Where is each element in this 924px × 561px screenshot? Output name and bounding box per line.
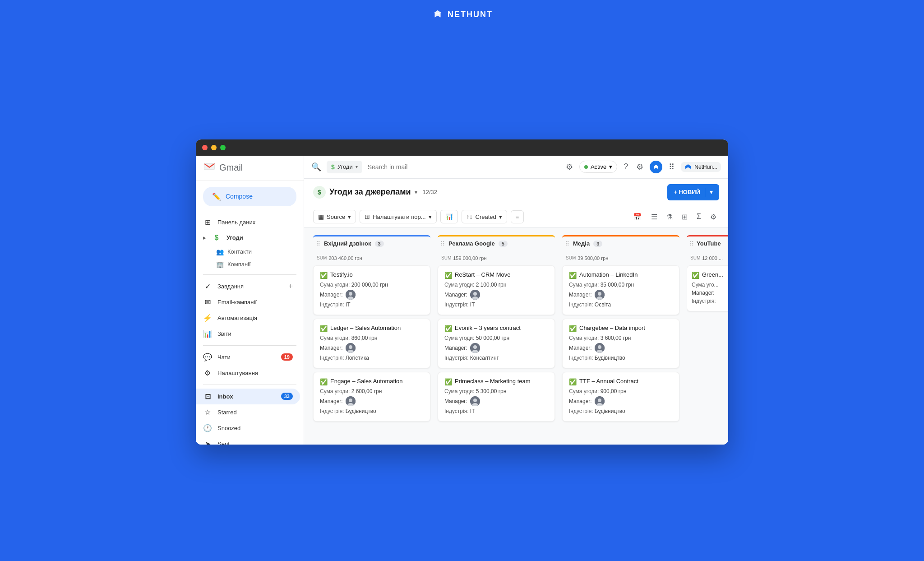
compose-button[interactable]: ✏️ Compose: [203, 187, 296, 206]
card-ttf[interactable]: ✅ TTF – Annual Contract Сума угоди: 900,…: [562, 372, 679, 422]
card-amount-engage: Сума угоди: 2 600,00 грн: [320, 388, 424, 394]
card-evonik[interactable]: ✅ Evonik – 3 years contract Сума угоди: …: [438, 319, 555, 368]
sidebar-item-inbox[interactable]: ⊡ Inbox 33: [196, 389, 300, 404]
nethunt-nav-icon[interactable]: [650, 161, 662, 173]
sidebar-item-companies[interactable]: 🏢 Компанії: [196, 258, 300, 271]
svg-point-26: [598, 399, 601, 402]
card-manager-evonik: Manager:: [444, 343, 548, 353]
card-testify[interactable]: ✅ Testify.io Сума угоди: 200 000,00 грн …: [313, 265, 430, 315]
search-input[interactable]: [368, 163, 559, 171]
chats-icon: 💬: [203, 353, 212, 362]
search-icon[interactable]: 🔍: [311, 162, 321, 172]
nethunt-brand-name: NetHunt: [448, 10, 493, 19]
minimize-button[interactable]: [211, 145, 217, 150]
additional-sort-button[interactable]: ≡: [511, 210, 524, 223]
manager-avatar-linkedin: [595, 290, 605, 300]
inbox-icon: ⊡: [203, 392, 212, 401]
chart-button[interactable]: 📊: [440, 210, 458, 223]
check-icon-primeclass: ✅: [444, 378, 452, 385]
card-title-row-chargebee: ✅ Chargebee – Data import: [569, 325, 673, 332]
column-header-media: ⠿ Медіа 3: [562, 235, 679, 251]
gmail-label: Gmail: [219, 162, 243, 173]
sigma-icon[interactable]: Σ: [694, 210, 704, 223]
sidebar-item-snoozed[interactable]: 🕐 Snoozed: [196, 420, 300, 436]
manager-avatar-restart: [470, 290, 480, 300]
configure-filter-icon: ⊞: [365, 213, 370, 220]
gear-settings-icon[interactable]: ⚙: [634, 160, 645, 174]
card-engage[interactable]: ✅ Engage – Sales Automation Сума угоди: …: [313, 372, 430, 422]
filter-sliders-icon[interactable]: ⚙: [564, 160, 575, 174]
account-avatar[interactable]: NetHun...: [681, 162, 721, 172]
close-button[interactable]: [202, 145, 208, 150]
manager-avatar-ttf: [595, 396, 605, 406]
card-primeclass[interactable]: ✅ Primeclass – Marketing team Сума угоди…: [438, 372, 555, 422]
card-amount-green: Сума уго...: [692, 282, 728, 288]
card-title-green: Green...: [702, 271, 723, 279]
sidebar-item-reports-label: Звіти: [217, 330, 231, 337]
source-filter-dropdown-icon: ▾: [348, 213, 351, 220]
sidebar-item-tasks[interactable]: ✓ Завдання +: [196, 278, 300, 294]
companies-icon: 🏢: [216, 261, 224, 268]
card-title-row-evonik: ✅ Evonik – 3 years contract: [444, 325, 548, 332]
chats-badge: 19: [281, 353, 293, 361]
page-title-dropdown-icon[interactable]: ▾: [415, 189, 417, 195]
column-settings-icon[interactable]: ⚙: [707, 210, 719, 224]
crm-search-tag[interactable]: $ Угоди ▾: [327, 161, 362, 173]
created-sort-button[interactable]: ↑↓ Created ▾: [462, 210, 507, 223]
kanban-column-youtube: ⠿ YouTube sum 12 000,... ✅ Green... Сум: [687, 235, 728, 437]
crm-dropdown-icon: ▾: [356, 164, 358, 169]
column-header-youtube: ⠿ YouTube: [687, 235, 728, 251]
status-pill[interactable]: Active ▾: [579, 161, 617, 173]
new-button-divider: [705, 188, 705, 197]
card-ledger[interactable]: ✅ Ledger – Sales Automation Сума угоди: …: [313, 319, 430, 368]
compose-label: Compose: [226, 193, 253, 200]
source-filter-button[interactable]: ▦ Source ▾: [313, 210, 356, 223]
list-view-icon[interactable]: ☰: [648, 210, 660, 224]
manager-label-2: Manager:: [320, 345, 343, 351]
svg-point-23: [598, 345, 601, 349]
columns-view-icon[interactable]: ⊞: [679, 210, 690, 224]
amount-label-8: Сума угоди:: [569, 335, 601, 341]
nav-divider-2: [203, 345, 296, 346]
card-green[interactable]: ✅ Green... Сума уго... Manager: Індустрі…: [687, 265, 728, 311]
card-restart[interactable]: ✅ ReStart – CRM Move Сума угоди: 2 100,0…: [438, 265, 555, 315]
card-chargebee[interactable]: ✅ Chargebee – Data import Сума угоди: 3 …: [562, 319, 679, 368]
add-task-icon[interactable]: +: [289, 282, 293, 290]
sidebar-item-automation[interactable]: ⚡ Автоматизація: [196, 310, 300, 326]
sidebar-item-chats[interactable]: 💬 Чати 19: [196, 349, 300, 365]
account-name: NetHun...: [694, 164, 717, 170]
card-manager-ledger: Manager:: [320, 343, 424, 353]
calendar-view-icon[interactable]: 📅: [630, 210, 645, 224]
card-automation-linkedin[interactable]: ✅ Automation – LinkedIn Сума угоди: 35 0…: [562, 265, 679, 315]
manager-label-4: Manager:: [444, 292, 467, 298]
apps-grid-icon[interactable]: ⠿: [667, 160, 676, 174]
card-industry-engage: Індустрія: Будівництво: [320, 408, 424, 414]
svg-point-8: [349, 399, 352, 402]
card-amount-testify: Сума угоди: 200 000,00 грн: [320, 282, 424, 288]
manager-avatar-ledger: [346, 343, 356, 353]
sum-value-incoming: 203 460,00 грн: [328, 255, 362, 261]
card-title-primeclass: Primeclass – Marketing team: [455, 378, 531, 385]
help-icon[interactable]: ?: [622, 160, 630, 173]
compose-icon: ✏️: [212, 192, 221, 201]
sidebar-item-sent[interactable]: ➤ Sent: [196, 436, 300, 445]
new-button[interactable]: + НОВИЙ ▾: [667, 184, 719, 200]
card-title-evonik: Evonik – 3 years contract: [455, 325, 521, 332]
sidebar-item-reports[interactable]: 📊 Звіти: [196, 326, 300, 342]
sidebar: Gmail ✏️ Compose ⊞ Панель даних ▸ $ Угод…: [196, 156, 304, 445]
sidebar-item-settings[interactable]: ⚙ Налаштування: [196, 365, 300, 381]
new-button-label: + НОВИЙ: [674, 189, 700, 195]
filter-icon[interactable]: ⚗: [664, 210, 675, 224]
card-manager-green: Manager:: [692, 290, 728, 296]
configure-filter-button[interactable]: ⊞ Налаштувати пор... ▾: [360, 210, 436, 223]
sidebar-item-panel[interactable]: ⊞ Панель даних: [196, 214, 300, 230]
gmail-logo-svg: [203, 162, 216, 171]
card-manager-linkedin: Manager:: [569, 290, 673, 300]
industry-label-9: Індустрія:: [569, 408, 595, 414]
sidebar-item-starred[interactable]: ☆ Starred: [196, 404, 300, 420]
sidebar-item-deals-parent[interactable]: ▸ $ Угоди: [196, 230, 300, 246]
sidebar-item-contacts[interactable]: 👥 Контакти: [196, 246, 300, 258]
card-amount-primeclass: Сума угоди: 5 300,00 грн: [444, 388, 548, 394]
sidebar-item-email-campaigns[interactable]: ✉ Email-кампанії: [196, 294, 300, 310]
maximize-button[interactable]: [220, 145, 226, 150]
